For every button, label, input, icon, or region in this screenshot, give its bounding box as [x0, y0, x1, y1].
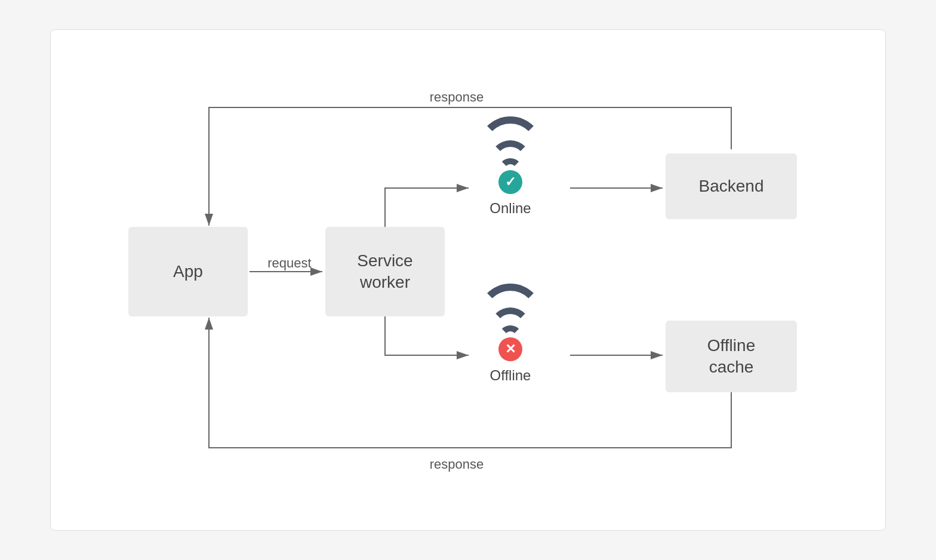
app-label: App [173, 262, 203, 281]
online-wifi-arcs: ✓ [475, 134, 546, 188]
online-status-dot: ✓ [498, 170, 522, 194]
offline-wifi-arcs: ✕ [475, 301, 546, 355]
offline-cache-box: Offline cache [666, 321, 797, 392]
backend-label: Backend [699, 177, 764, 196]
offline-cache-label: Offline cache [707, 335, 755, 379]
offline-status-dot: ✕ [498, 337, 522, 361]
offline-wifi-icon: ✕ Offline [469, 301, 552, 372]
response-top-label: response [397, 90, 516, 105]
offline-label: Offline [490, 367, 531, 384]
response-bottom-label: response [397, 457, 516, 472]
service-worker-box: Service worker [325, 227, 445, 316]
online-label: Online [489, 200, 531, 217]
app-box: App [128, 227, 248, 316]
request-label: request [254, 256, 325, 271]
online-wifi-icon: ✓ Online [469, 134, 552, 205]
service-worker-label: Service worker [357, 250, 412, 294]
backend-box: Backend [666, 153, 797, 219]
diagram-container: response response request App Service wo… [50, 29, 886, 531]
